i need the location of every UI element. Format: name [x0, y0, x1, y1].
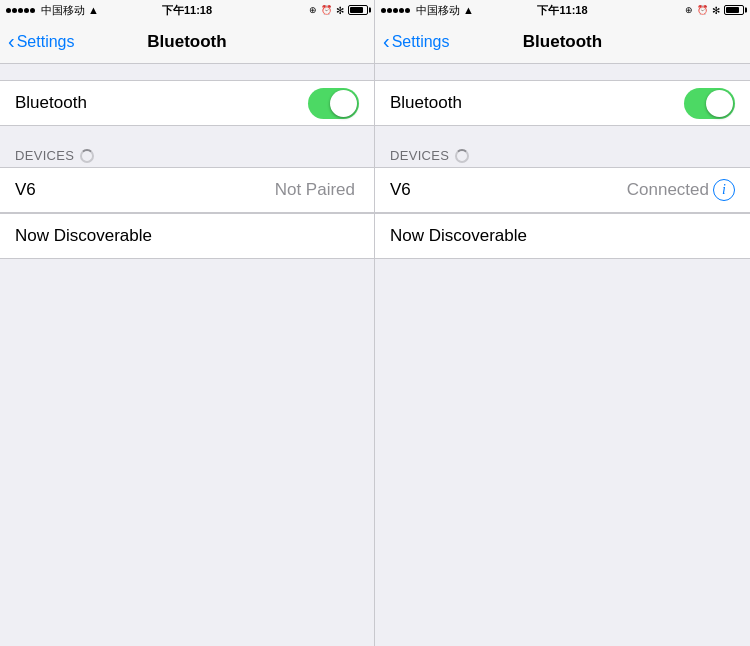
- battery-right: [724, 5, 744, 15]
- spacer1-left: [0, 64, 374, 80]
- bluetooth-section-left: Bluetooth: [0, 80, 374, 126]
- alarm-icon-r: ⏰: [697, 5, 708, 15]
- location-icon-r: ⊕: [685, 5, 693, 15]
- spinner-right: [455, 149, 469, 163]
- bluetooth-label-right: Bluetooth: [390, 93, 684, 113]
- discoverable-text-right: Now Discoverable: [390, 226, 527, 245]
- back-label-left: Settings: [17, 33, 75, 51]
- devices-header-left: DEVICES: [0, 142, 374, 167]
- nav-bar-left: ‹ Settings Bluetooth: [0, 20, 374, 64]
- dot3r: [393, 8, 398, 13]
- time-right: 下午11:18: [537, 3, 587, 18]
- signal-dots: [6, 8, 35, 13]
- bluetooth-cell-left: Bluetooth: [0, 81, 374, 125]
- nav-bar-right: ‹ Settings Bluetooth: [375, 20, 750, 64]
- status-left: 中国移动 ▲: [6, 3, 99, 18]
- bluetooth-icon-right: ✻: [712, 5, 720, 16]
- back-chevron-left: ‹: [8, 31, 15, 51]
- device-name-v6-left: V6: [15, 180, 275, 200]
- dot5r: [405, 8, 410, 13]
- device-list-left: V6 Not Paired: [0, 167, 374, 213]
- device-name-v6-right: V6: [390, 180, 627, 200]
- left-panel: 中国移动 ▲ 下午11:18 ⊕ ⏰ ✻ ‹ Settings Bluetoot…: [0, 0, 375, 646]
- info-icon-v6[interactable]: i: [713, 179, 735, 201]
- spacer2-right: [375, 126, 750, 142]
- spinner-left: [80, 149, 94, 163]
- carrier-right: 中国移动: [416, 3, 460, 18]
- bluetooth-cell-right: Bluetooth: [375, 81, 750, 125]
- bluetooth-toggle-right[interactable]: [684, 88, 735, 119]
- content-right: Bluetooth DEVICES V6 Connected i: [375, 64, 750, 646]
- nav-title-right: Bluetooth: [523, 32, 602, 52]
- discoverable-cell-right: Now Discoverable: [375, 214, 750, 258]
- device-status-v6-right: Connected: [627, 180, 709, 200]
- wifi-icon-left: ▲: [88, 4, 99, 16]
- status-bar-left: 中国移动 ▲ 下午11:18 ⊕ ⏰ ✻: [0, 0, 374, 20]
- devices-header-right: DEVICES: [375, 142, 750, 167]
- discoverable-text-left: Now Discoverable: [15, 226, 152, 245]
- devices-header-text-right: DEVICES: [390, 148, 449, 163]
- dot4: [24, 8, 29, 13]
- signal-dots-right: [381, 8, 410, 13]
- device-list-right: V6 Connected i: [375, 167, 750, 213]
- carrier-left: 中国移动: [41, 3, 85, 18]
- right-panel: 中国移动 ▲ 下午11:18 ⊕ ⏰ ✻ ‹ Settings Bluetoot…: [375, 0, 750, 646]
- bluetooth-label-left: Bluetooth: [15, 93, 308, 113]
- time-left: 下午11:18: [162, 3, 212, 18]
- status-left-right: 中国移动 ▲: [381, 3, 474, 18]
- status-right-right: ⊕ ⏰ ✻: [685, 5, 744, 16]
- back-chevron-right: ‹: [383, 31, 390, 51]
- back-label-right: Settings: [392, 33, 450, 51]
- battery-left: [348, 5, 368, 15]
- device-status-v6-left: Not Paired: [275, 180, 355, 200]
- toggle-knob-left: [330, 90, 357, 117]
- back-button-right[interactable]: ‹ Settings: [383, 32, 449, 51]
- bluetooth-toggle-left[interactable]: [308, 88, 359, 119]
- discoverable-cell-left: Now Discoverable: [0, 214, 374, 258]
- alarm-icon: ⏰: [321, 5, 332, 15]
- dot2: [12, 8, 17, 13]
- spacer1-right: [375, 64, 750, 80]
- battery-fill-left: [350, 7, 363, 13]
- back-button-left[interactable]: ‹ Settings: [8, 32, 74, 51]
- location-icon: ⊕: [309, 5, 317, 15]
- dot1: [6, 8, 11, 13]
- dot3: [18, 8, 23, 13]
- status-right-left: ⊕ ⏰ ✻: [309, 5, 368, 16]
- status-bar-right: 中国移动 ▲ 下午11:18 ⊕ ⏰ ✻: [375, 0, 750, 20]
- dot1r: [381, 8, 386, 13]
- battery-fill-right: [726, 7, 739, 13]
- dot5: [30, 8, 35, 13]
- bluetooth-section-right: Bluetooth: [375, 80, 750, 126]
- device-v6-right[interactable]: V6 Connected i: [375, 168, 750, 212]
- device-v6-left[interactable]: V6 Not Paired: [0, 168, 374, 212]
- info-icon-symbol: i: [722, 182, 726, 198]
- content-left: Bluetooth DEVICES V6 Not Paired Now Disc…: [0, 64, 374, 646]
- discoverable-section-left: Now Discoverable: [0, 213, 374, 259]
- bluetooth-icon-left: ✻: [336, 5, 344, 16]
- dot4r: [399, 8, 404, 13]
- spacer2-left: [0, 126, 374, 142]
- nav-title-left: Bluetooth: [147, 32, 226, 52]
- devices-header-text-left: DEVICES: [15, 148, 74, 163]
- dot2r: [387, 8, 392, 13]
- wifi-icon-right: ▲: [463, 4, 474, 16]
- toggle-knob-right: [706, 90, 733, 117]
- discoverable-section-right: Now Discoverable: [375, 213, 750, 259]
